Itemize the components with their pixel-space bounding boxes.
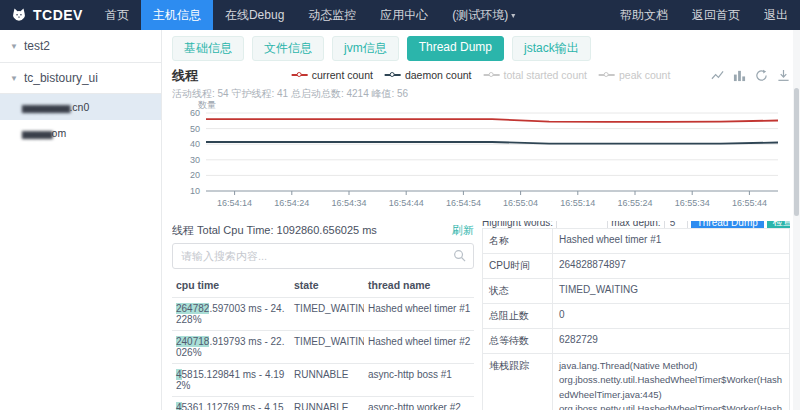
stack-trace-line: org.jboss.netty.util.HashedWheelTimer$Wo… <box>559 373 783 402</box>
tab-jstack-output[interactable]: jstack输出 <box>512 36 591 61</box>
nav-item-host-info[interactable]: 主机信息 <box>141 0 213 30</box>
check-deadlock-button[interactable]: 检查死锁 <box>767 221 790 228</box>
top-header: TCDEV 首页主机信息在线Debug动态监控应用中心(测试环境)▾ 帮助文档返… <box>0 0 800 30</box>
thread-detail-panel: Highlight words: max depth: Thread Dump … <box>482 221 790 410</box>
search-input[interactable] <box>172 243 474 269</box>
tab-jvm-info[interactable]: jvm信息 <box>332 36 399 61</box>
refresh-icon[interactable] <box>755 69 768 82</box>
header-link-help-docs[interactable]: 帮助文档 <box>608 0 680 30</box>
total-cpu-label: 线程 Total Cpu Time: 1092860.656025 ms <box>172 223 377 238</box>
thread-row[interactable]: 45361.112769 ms - 4.151%RUNNABLEasync-ht… <box>172 397 474 410</box>
cpu-time-cell: 45815.129841 ms - 4.192% <box>172 364 290 397</box>
main-content: 基础信息文件信息jvm信息Thread Dumpjstack输出 线程 活动线程… <box>162 30 800 410</box>
thread-row[interactable]: 240718.919793 ms - 22.026%TIMED_WAITINGH… <box>172 331 474 364</box>
max-depth-input[interactable] <box>664 221 688 228</box>
highlighted-text: 4 <box>176 402 182 410</box>
highlight-words-input[interactable] <box>556 221 608 228</box>
logo-text: TCDEV <box>33 7 83 23</box>
sidebar-host-item[interactable]: ▆▆▆▆▆om <box>0 120 161 146</box>
sidebar-group-label: test2 <box>24 39 50 53</box>
chevron-down-icon: ▼ <box>10 42 18 51</box>
detail-value: 0 <box>553 304 790 329</box>
thread-row[interactable]: 264782.597003 ms - 24.228%TIMED_WAITINGH… <box>172 298 474 331</box>
sidebar-group-test2[interactable]: ▼ test2 <box>0 30 161 62</box>
svg-text:16:54:24: 16:54:24 <box>274 198 309 208</box>
line-chart-icon[interactable] <box>711 69 724 82</box>
thread-state-cell: TIMED_WAITING <box>290 331 364 364</box>
max-depth-label: max depth: <box>611 221 660 228</box>
column-header-state: state <box>290 273 364 298</box>
detail-value: Hashed wheel timer #1 <box>553 229 790 254</box>
svg-text:16:55:34: 16:55:34 <box>675 198 710 208</box>
legend-item-peak-count[interactable]: peak count <box>599 69 670 81</box>
legend-marker-ring <box>297 72 302 77</box>
svg-text:16:55:24: 16:55:24 <box>617 198 652 208</box>
page-scrollbar[interactable] <box>793 30 800 410</box>
thread-line-chart[interactable]: 102030405060数量16:54:1416:54:2416:54:3416… <box>172 99 790 217</box>
legend-label: current count <box>312 69 373 81</box>
legend-marker-ring <box>390 72 395 77</box>
tab-thread-dump[interactable]: Thread Dump <box>407 36 504 61</box>
nav-item-label: 动态监控 <box>308 7 356 24</box>
svg-text:16:55:44: 16:55:44 <box>732 198 767 208</box>
scrollbar-thumb[interactable] <box>794 88 799 216</box>
nav-item-online-debug[interactable]: 在线Debug <box>213 0 296 30</box>
svg-text:10: 10 <box>190 186 200 196</box>
sidebar-app-label: tc_bistoury_ui <box>24 71 98 85</box>
download-icon[interactable] <box>777 69 790 82</box>
legend-item-daemon-count[interactable]: daemon count <box>385 69 472 81</box>
detail-row: 名称Hashed wheel timer #1 <box>483 229 790 254</box>
thread-name-cell: async-http boss #1 <box>364 364 474 397</box>
sidebar-app-tc-bistoury-ui[interactable]: ▼ tc_bistoury_ui <box>0 62 161 94</box>
tab-file-info[interactable]: 文件信息 <box>252 36 324 61</box>
legend-marker <box>385 74 401 76</box>
header-link-back-home[interactable]: 返回首页 <box>680 0 752 30</box>
detail-value: java.lang.Thread(Native Method)org.jboss… <box>553 354 790 410</box>
host-name-suffix: om <box>52 127 67 139</box>
svg-text:数量: 数量 <box>198 100 216 110</box>
svg-text:16:55:04: 16:55:04 <box>503 198 538 208</box>
svg-text:16:55:14: 16:55:14 <box>560 198 595 208</box>
thread-state-cell: TIMED_WAITING <box>290 298 364 331</box>
host-list: ▆▆▆▆▆▆▆▆.cn0▆▆▆▆▆om <box>0 94 161 146</box>
legend-item-total-started-count[interactable]: total started count <box>484 69 587 81</box>
svg-text:16:54:54: 16:54:54 <box>446 198 481 208</box>
column-header-cpu-time: cpu time <box>172 273 290 298</box>
detail-label: 总等待数 <box>483 329 553 354</box>
header-link-logout[interactable]: 退出 <box>752 0 800 30</box>
thread-list-panel: 线程 Total Cpu Time: 1092860.656025 ms 刷新 … <box>172 221 474 410</box>
legend-marker <box>292 74 308 76</box>
thread-chart-card: 线程 活动线程: 54 守护线程: 41 总启动总数: 4214 峰值: 56 … <box>162 65 800 217</box>
detail-row: 总等待数6282729 <box>483 329 790 354</box>
bar-chart-icon[interactable] <box>733 69 746 82</box>
detail-value: TIMED_WAITING <box>553 279 790 304</box>
thread-table: cpu timestatethread name 264782.597003 m… <box>172 273 474 410</box>
tab-basic-info[interactable]: 基础信息 <box>172 36 244 61</box>
legend-item-current-count[interactable]: current count <box>292 69 373 81</box>
detail-label: 状态 <box>483 279 553 304</box>
detail-label: 堆栈跟踪 <box>483 354 553 410</box>
thread-table-header: cpu timestatethread name <box>172 273 474 298</box>
nav-item-env-select[interactable]: (测试环境)▾ <box>440 0 527 30</box>
search-icon <box>453 249 466 265</box>
legend-marker-ring <box>604 72 609 77</box>
detail-row: 堆栈跟踪java.lang.Thread(Native Method)org.j… <box>483 354 790 410</box>
nav-item-label: 主机信息 <box>153 7 201 24</box>
app-window: TCDEV 首页主机信息在线Debug动态监控应用中心(测试环境)▾ 帮助文档返… <box>0 0 800 410</box>
thread-dump-button[interactable]: Thread Dump <box>691 221 764 228</box>
logo[interactable]: TCDEV <box>0 6 93 24</box>
detail-row: CPU时间264828874897 <box>483 254 790 279</box>
chart-header: 线程 活动线程: 54 守护线程: 41 总启动总数: 4214 峰值: 56 … <box>172 67 790 99</box>
nav-item-app-center[interactable]: 应用中心 <box>368 0 440 30</box>
legend-marker <box>484 74 500 76</box>
sidebar-host-item[interactable]: ▆▆▆▆▆▆▆▆.cn0 <box>0 94 161 120</box>
thread-row[interactable]: 45815.129841 ms - 4.192%RUNNABLEasync-ht… <box>172 364 474 397</box>
bottom-section: 线程 Total Cpu Time: 1092860.656025 ms 刷新 … <box>162 217 800 410</box>
refresh-link[interactable]: 刷新 <box>452 223 474 238</box>
highlighted-text: 4 <box>176 369 182 380</box>
svg-text:16:54:44: 16:54:44 <box>389 198 424 208</box>
masked-host-name: ▆▆▆▆▆ <box>22 129 52 139</box>
nav-item-home[interactable]: 首页 <box>93 0 141 30</box>
nav-item-dynamic-monitor[interactable]: 动态监控 <box>296 0 368 30</box>
svg-text:16:54:34: 16:54:34 <box>331 198 366 208</box>
